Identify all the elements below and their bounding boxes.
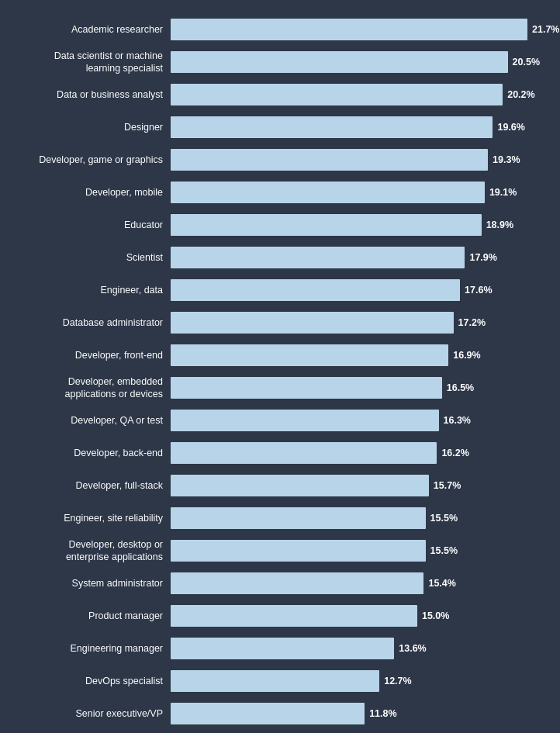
bar-wrapper: 19.6% [171, 116, 552, 138]
bar-fill [171, 540, 426, 562]
bar-label: Product manager [8, 610, 171, 622]
bar-label: Engineering manager [8, 642, 171, 655]
bar-row: Academic researcher21.7% [8, 16, 552, 43]
bar-value-label: 15.7% [434, 480, 461, 491]
bar-row: Data scientist or machinelearning specia… [8, 48, 552, 76]
bar-label: System administrator [8, 577, 171, 590]
bar-row: Developer, desktop orenterprise applicat… [8, 537, 552, 565]
bar-label: Data scientist or machinelearning specia… [8, 50, 171, 75]
bar-value-label: 16.2% [441, 448, 468, 458]
bar-fill [171, 182, 485, 203]
bar-fill [171, 670, 379, 692]
bar-wrapper: 20.5% [171, 51, 552, 73]
bar-label: Academic researcher [8, 23, 171, 36]
bar-row: Engineer, site reliability15.5% [8, 504, 552, 532]
bar-fill [171, 149, 488, 171]
bar-row: Scientist17.9% [8, 244, 552, 271]
bar-row: Developer, mobile19.1% [8, 178, 552, 206]
bar-fill [171, 442, 437, 464]
bar-row: DevOps specialist12.7% [8, 667, 552, 695]
bar-wrapper: 17.2% [171, 312, 552, 334]
bar-row: Database administrator17.2% [8, 309, 552, 337]
bar-value-label: 16.5% [447, 382, 474, 393]
bar-fill [171, 51, 508, 73]
bar-label: Developer, mobile [8, 186, 171, 199]
bar-fill [171, 410, 439, 431]
bar-label: Engineer, site reliability [8, 512, 171, 524]
bar-wrapper: 16.5% [171, 377, 552, 399]
bar-fill [171, 312, 454, 334]
bar-row: Designer19.6% [8, 113, 552, 141]
bar-label: Developer, front-end [8, 349, 171, 361]
bar-fill [171, 214, 482, 236]
bar-value-label: 21.7% [532, 24, 559, 35]
bar-label: Database administrator [8, 316, 171, 329]
bar-row: System administrator15.4% [8, 569, 552, 597]
bar-value-label: 16.3% [444, 415, 471, 426]
bar-label: Developer, embeddedapplications or devic… [8, 375, 171, 401]
bar-wrapper: 16.3% [171, 410, 552, 431]
bar-value-label: 15.5% [430, 513, 458, 524]
bar-fill [171, 377, 442, 399]
bar-fill [171, 638, 394, 659]
bar-value-label: 17.9% [469, 252, 496, 263]
bar-value-label: 20.5% [513, 57, 540, 67]
bar-wrapper: 15.7% [171, 475, 552, 496]
bar-row: Engineering manager13.6% [8, 634, 552, 662]
bar-row: Developer, QA or test16.3% [8, 406, 552, 434]
bar-label: Developer, QA or test [8, 414, 171, 427]
bar-row: Educator18.9% [8, 211, 552, 239]
bar-fill [171, 279, 460, 301]
bar-label: Scientist [8, 251, 171, 264]
bar-fill [171, 703, 365, 724]
bar-fill [171, 84, 503, 105]
bar-label: Developer, back-end [8, 447, 171, 459]
bar-value-label: 15.4% [428, 578, 455, 589]
bar-row: Engineer, data17.6% [8, 276, 552, 304]
bar-wrapper: 16.9% [171, 344, 552, 366]
bar-label: Designer [8, 121, 171, 133]
bar-row: Developer, game or graphics19.3% [8, 146, 552, 174]
bar-wrapper: 21.7% [171, 19, 559, 40]
bar-label: Educator [8, 219, 171, 231]
bar-wrapper: 16.2% [171, 442, 552, 464]
bar-value-label: 17.2% [458, 317, 486, 328]
bar-label: DevOps specialist [8, 675, 171, 687]
bar-value-label: 15.5% [430, 545, 458, 556]
bar-wrapper: 12.7% [171, 670, 552, 692]
bar-row: Developer, back-end16.2% [8, 439, 552, 467]
bar-wrapper: 15.4% [171, 572, 552, 594]
bar-fill [171, 344, 448, 366]
bar-row: Developer, full-stack15.7% [8, 472, 552, 500]
bar-value-label: 12.7% [384, 676, 411, 686]
bar-value-label: 15.0% [422, 610, 449, 621]
bar-wrapper: 15.5% [171, 540, 552, 562]
bar-row: Data or business analyst20.2% [8, 81, 552, 109]
bar-fill [171, 247, 465, 268]
bar-fill [171, 19, 527, 40]
bar-wrapper: 13.6% [171, 638, 552, 659]
bar-wrapper: 17.9% [171, 247, 552, 268]
bar-label: Data or business analyst [8, 88, 171, 101]
bar-value-label: 20.2% [507, 89, 534, 100]
bar-value-label: 19.1% [489, 187, 517, 198]
bar-wrapper: 15.5% [171, 507, 552, 529]
bar-value-label: 17.6% [465, 285, 492, 296]
bar-fill [171, 605, 417, 627]
bar-wrapper: 19.1% [171, 182, 552, 203]
bar-wrapper: 18.9% [171, 214, 552, 236]
bar-value-label: 11.8% [369, 708, 396, 719]
bar-value-label: 16.9% [453, 350, 480, 361]
bar-row: Developer, embeddedapplications or devic… [8, 374, 552, 402]
bar-row: Developer, front-end16.9% [8, 341, 552, 369]
bar-wrapper: 11.8% [171, 703, 552, 724]
bar-label: Senior executive/VP [8, 707, 171, 720]
bar-value-label: 19.3% [493, 154, 520, 165]
bar-wrapper: 17.6% [171, 279, 552, 301]
bar-value-label: 19.6% [497, 122, 524, 133]
bar-row: Product manager15.0% [8, 602, 552, 630]
bar-row: Senior executive/VP11.8% [8, 700, 552, 728]
bar-value-label: 13.6% [399, 643, 426, 654]
bar-fill [171, 475, 429, 496]
bar-label: Engineer, data [8, 284, 171, 296]
